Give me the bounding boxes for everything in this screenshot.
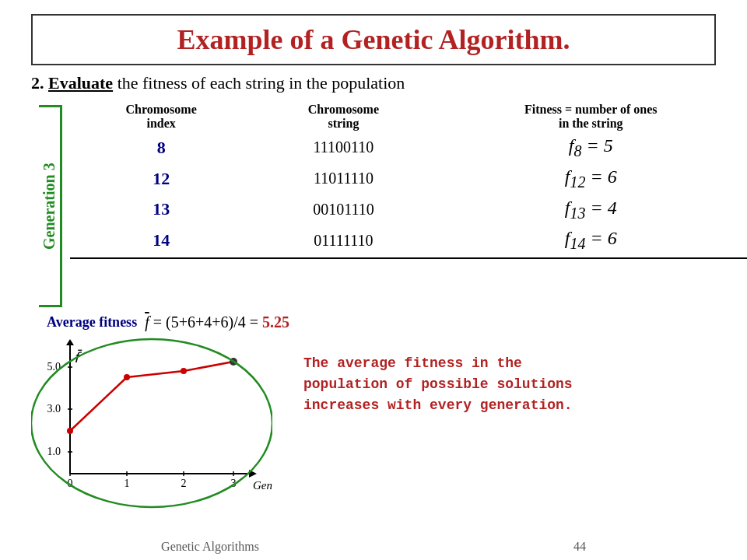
red-note-line2: population of possible solutions [303, 374, 573, 395]
svg-text:2: 2 [181, 478, 187, 489]
svg-point-24 [124, 374, 130, 380]
section-number: 2. [31, 73, 44, 93]
col-header-index: Chromosomeindex [70, 101, 252, 132]
svg-line-22 [184, 362, 233, 371]
cell-string: 01111110 [252, 225, 434, 258]
avg-fitness-row: Average fitness f = (5+6+4+6)/4 = 5.25 [47, 313, 747, 331]
red-note: The average fitness in the population of… [303, 353, 573, 509]
table-row: 1300101110f13 = 4 [70, 194, 747, 226]
svg-text:3.0: 3.0 [47, 403, 61, 415]
cell-index: 12 [70, 163, 252, 194]
cell-index: 14 [70, 225, 252, 258]
cell-string: 00101110 [252, 194, 434, 226]
red-note-line3: increases with every generation. [303, 395, 573, 416]
page-title: Example of a Genetic Algorithm. [177, 24, 570, 55]
col-header-fitness: Fitness = number of onesin the string [435, 101, 747, 132]
cell-fitness: f12 = 6 [435, 163, 747, 194]
svg-text:Generation №: Generation № [253, 479, 272, 492]
title-box: Example of a Genetic Algorithm. [31, 14, 716, 65]
table-row: 1211011110f12 = 6 [70, 163, 747, 194]
table-row: 811100110f8 = 5 [70, 132, 747, 163]
avg-value: 5.25 [262, 313, 289, 331]
svg-text:1.0: 1.0 [47, 446, 61, 457]
section-keyword: Evaluate [48, 73, 113, 93]
fitness-chart: 1.0 3.0 5.0 0 1 2 3 Generation № f̄ [31, 338, 272, 509]
svg-text:1: 1 [124, 478, 130, 489]
data-table: Chromosomeindex Chromosomestring Fitness… [70, 101, 747, 259]
cell-index: 8 [70, 132, 252, 163]
bottom-area: 1.0 3.0 5.0 0 1 2 3 Generation № f̄ [31, 338, 716, 509]
section-rest: the fitness of each string in the popula… [113, 73, 405, 93]
table-area: Chromosomeindex Chromosomestring Fitness… [70, 101, 747, 307]
svg-point-25 [181, 368, 187, 374]
svg-line-20 [70, 377, 127, 431]
cell-fitness: f13 = 4 [435, 194, 747, 226]
svg-point-23 [67, 428, 73, 434]
cell-fitness: f8 = 5 [435, 132, 747, 163]
generation-label: Generation 3 [39, 105, 62, 307]
cell-index: 13 [70, 194, 252, 226]
main-content: Generation 3 Chromosomeindex Chromosomes… [39, 101, 747, 307]
cell-fitness: f14 = 6 [435, 225, 747, 258]
footer-left: Genetic Algorithms [161, 540, 259, 553]
avg-formula-text: = (5+6+4+6)/4 = [149, 313, 262, 331]
col-header-string: Chromosomestring [252, 101, 434, 132]
avg-fitness-label: Average fitness [47, 314, 137, 331]
table-header-row: Chromosomeindex Chromosomestring Fitness… [70, 101, 747, 132]
svg-marker-3 [66, 339, 74, 345]
section-heading: 2. Evaluate the fitness of each string i… [31, 73, 716, 93]
footer: Genetic Algorithms 44 [0, 540, 747, 554]
svg-line-21 [127, 371, 184, 377]
cell-string: 11100110 [252, 132, 434, 163]
cell-string: 11011110 [252, 163, 434, 194]
footer-right: 44 [573, 540, 586, 553]
red-note-line1: The average fitness in the [303, 353, 573, 374]
chart-container: 1.0 3.0 5.0 0 1 2 3 Generation № f̄ [31, 338, 280, 509]
avg-fitness-formula: f = (5+6+4+6)/4 = 5.25 [145, 313, 289, 331]
table-row: 1401111110f14 = 6 [70, 225, 747, 258]
